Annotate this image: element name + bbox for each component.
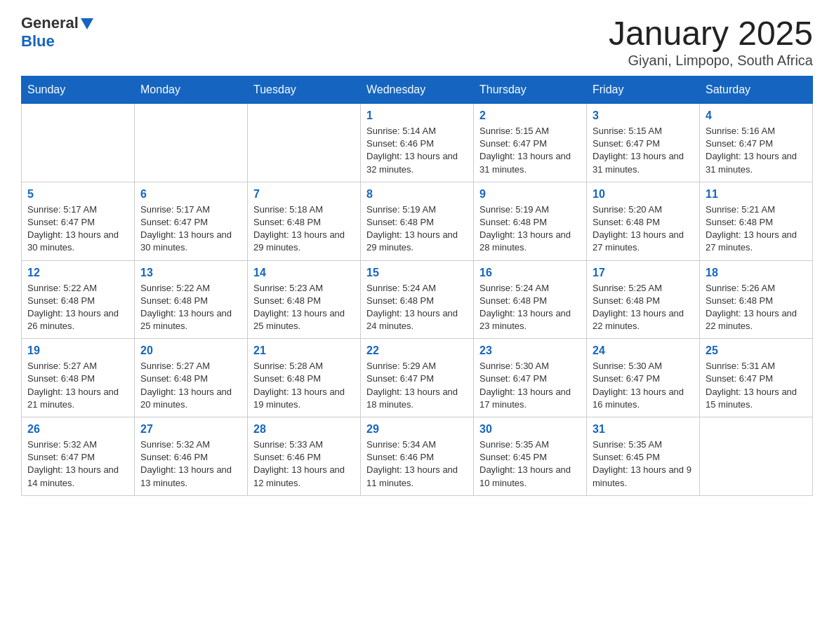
calendar-cell: 31Sunrise: 5:35 AM Sunset: 6:45 PM Dayli…: [587, 417, 700, 496]
calendar-cell: 28Sunrise: 5:33 AM Sunset: 6:46 PM Dayli…: [248, 417, 361, 496]
calendar-week-3: 12Sunrise: 5:22 AM Sunset: 6:48 PM Dayli…: [22, 260, 813, 339]
calendar-cell: 7Sunrise: 5:18 AM Sunset: 6:48 PM Daylig…: [248, 182, 361, 260]
calendar-cell: 15Sunrise: 5:24 AM Sunset: 6:48 PM Dayli…: [361, 260, 474, 339]
day-info: Sunrise: 5:32 AM Sunset: 6:47 PM Dayligh…: [27, 438, 128, 490]
day-info: Sunrise: 5:22 AM Sunset: 6:48 PM Dayligh…: [140, 282, 241, 333]
calendar-cell: 12Sunrise: 5:22 AM Sunset: 6:48 PM Dayli…: [22, 260, 135, 339]
day-info: Sunrise: 5:32 AM Sunset: 6:46 PM Dayligh…: [140, 438, 241, 490]
day-info: Sunrise: 5:19 AM Sunset: 6:48 PM Dayligh…: [479, 203, 581, 255]
day-info: Sunrise: 5:14 AM Sunset: 6:46 PM Dayligh…: [366, 125, 468, 176]
day-number: 26: [27, 423, 128, 436]
calendar-cell: 10Sunrise: 5:20 AM Sunset: 6:48 PM Dayli…: [587, 182, 700, 260]
calendar-cell: 29Sunrise: 5:34 AM Sunset: 6:46 PM Dayli…: [361, 417, 474, 496]
day-number: 11: [706, 188, 807, 201]
page-header: General Blue January 2025 Giyani, Limpop…: [21, 14, 813, 69]
weekday-header-wednesday: Wednesday: [361, 76, 474, 104]
calendar-cell: 25Sunrise: 5:31 AM Sunset: 6:47 PM Dayli…: [700, 339, 813, 417]
day-number: 7: [253, 188, 355, 201]
calendar-cell: 30Sunrise: 5:35 AM Sunset: 6:45 PM Dayli…: [474, 417, 587, 496]
day-number: 9: [479, 188, 581, 201]
day-number: 18: [706, 267, 807, 279]
calendar-cell: [700, 417, 813, 496]
calendar-cell: 4Sunrise: 5:16 AM Sunset: 6:47 PM Daylig…: [700, 104, 813, 182]
calendar-cell: 14Sunrise: 5:23 AM Sunset: 6:48 PM Dayli…: [248, 260, 361, 339]
day-number: 30: [479, 423, 581, 436]
calendar-cell: 23Sunrise: 5:30 AM Sunset: 6:47 PM Dayli…: [474, 339, 587, 417]
day-info: Sunrise: 5:19 AM Sunset: 6:48 PM Dayligh…: [366, 203, 468, 255]
logo-arrow-icon: [81, 18, 93, 29]
weekday-header-monday: Monday: [135, 76, 248, 104]
calendar-cell: [135, 104, 248, 182]
day-info: Sunrise: 5:16 AM Sunset: 6:47 PM Dayligh…: [706, 125, 807, 176]
logo-general-text: General: [21, 14, 79, 32]
calendar-cell: 13Sunrise: 5:22 AM Sunset: 6:48 PM Dayli…: [135, 260, 248, 339]
weekday-header-friday: Friday: [587, 76, 700, 104]
day-number: 16: [479, 267, 581, 279]
day-info: Sunrise: 5:26 AM Sunset: 6:48 PM Dayligh…: [706, 282, 807, 333]
day-number: 25: [706, 344, 807, 357]
day-info: Sunrise: 5:22 AM Sunset: 6:48 PM Dayligh…: [27, 282, 128, 333]
calendar-cell: 16Sunrise: 5:24 AM Sunset: 6:48 PM Dayli…: [474, 260, 587, 339]
day-info: Sunrise: 5:27 AM Sunset: 6:48 PM Dayligh…: [27, 360, 128, 411]
calendar-cell: 11Sunrise: 5:21 AM Sunset: 6:48 PM Dayli…: [700, 182, 813, 260]
day-info: Sunrise: 5:27 AM Sunset: 6:48 PM Dayligh…: [140, 360, 241, 411]
calendar-week-1: 1Sunrise: 5:14 AM Sunset: 6:46 PM Daylig…: [22, 104, 813, 182]
day-info: Sunrise: 5:34 AM Sunset: 6:46 PM Dayligh…: [366, 438, 468, 490]
calendar-cell: 5Sunrise: 5:17 AM Sunset: 6:47 PM Daylig…: [22, 182, 135, 260]
weekday-header-saturday: Saturday: [700, 76, 813, 104]
calendar-week-2: 5Sunrise: 5:17 AM Sunset: 6:47 PM Daylig…: [22, 182, 813, 260]
calendar-cell: 3Sunrise: 5:15 AM Sunset: 6:47 PM Daylig…: [587, 104, 700, 182]
day-info: Sunrise: 5:23 AM Sunset: 6:48 PM Dayligh…: [253, 282, 355, 333]
weekday-header-thursday: Thursday: [474, 76, 587, 104]
calendar-cell: 17Sunrise: 5:25 AM Sunset: 6:48 PM Dayli…: [587, 260, 700, 339]
calendar-cell: 26Sunrise: 5:32 AM Sunset: 6:47 PM Dayli…: [22, 417, 135, 496]
calendar-cell: 9Sunrise: 5:19 AM Sunset: 6:48 PM Daylig…: [474, 182, 587, 260]
day-number: 19: [27, 344, 128, 357]
day-info: Sunrise: 5:25 AM Sunset: 6:48 PM Dayligh…: [593, 282, 694, 333]
day-info: Sunrise: 5:20 AM Sunset: 6:48 PM Dayligh…: [593, 203, 694, 255]
day-number: 23: [479, 344, 581, 357]
calendar-cell: 8Sunrise: 5:19 AM Sunset: 6:48 PM Daylig…: [361, 182, 474, 260]
day-number: 1: [366, 109, 468, 122]
weekday-header-sunday: Sunday: [22, 76, 135, 104]
day-info: Sunrise: 5:24 AM Sunset: 6:48 PM Dayligh…: [366, 282, 468, 333]
weekday-header-row: SundayMondayTuesdayWednesdayThursdayFrid…: [22, 76, 813, 104]
calendar-cell: [248, 104, 361, 182]
calendar-cell: 18Sunrise: 5:26 AM Sunset: 6:48 PM Dayli…: [700, 260, 813, 339]
day-info: Sunrise: 5:28 AM Sunset: 6:48 PM Dayligh…: [253, 360, 355, 411]
day-info: Sunrise: 5:21 AM Sunset: 6:48 PM Dayligh…: [706, 203, 807, 255]
day-number: 20: [140, 344, 241, 357]
day-number: 13: [140, 267, 241, 279]
month-title: January 2025: [609, 14, 813, 53]
calendar-cell: 22Sunrise: 5:29 AM Sunset: 6:47 PM Dayli…: [361, 339, 474, 417]
day-info: Sunrise: 5:29 AM Sunset: 6:47 PM Dayligh…: [366, 360, 468, 411]
day-info: Sunrise: 5:15 AM Sunset: 6:47 PM Dayligh…: [479, 125, 581, 176]
calendar-cell: 27Sunrise: 5:32 AM Sunset: 6:46 PM Dayli…: [135, 417, 248, 496]
calendar-table: SundayMondayTuesdayWednesdayThursdayFrid…: [21, 76, 813, 496]
calendar-cell: 24Sunrise: 5:30 AM Sunset: 6:47 PM Dayli…: [587, 339, 700, 417]
calendar-week-5: 26Sunrise: 5:32 AM Sunset: 6:47 PM Dayli…: [22, 417, 813, 496]
day-info: Sunrise: 5:30 AM Sunset: 6:47 PM Dayligh…: [593, 360, 694, 411]
day-info: Sunrise: 5:35 AM Sunset: 6:45 PM Dayligh…: [479, 438, 581, 490]
day-number: 22: [366, 344, 468, 357]
day-number: 17: [593, 267, 694, 279]
day-number: 6: [140, 188, 241, 201]
day-info: Sunrise: 5:33 AM Sunset: 6:46 PM Dayligh…: [253, 438, 355, 490]
day-number: 3: [593, 109, 694, 122]
day-number: 21: [253, 344, 355, 357]
day-number: 12: [27, 267, 128, 279]
day-info: Sunrise: 5:30 AM Sunset: 6:47 PM Dayligh…: [479, 360, 581, 411]
calendar-cell: 21Sunrise: 5:28 AM Sunset: 6:48 PM Dayli…: [248, 339, 361, 417]
day-number: 10: [593, 188, 694, 201]
day-number: 15: [366, 267, 468, 279]
day-info: Sunrise: 5:35 AM Sunset: 6:45 PM Dayligh…: [593, 438, 694, 490]
day-info: Sunrise: 5:15 AM Sunset: 6:47 PM Dayligh…: [593, 125, 694, 176]
day-number: 27: [140, 423, 241, 436]
calendar-week-4: 19Sunrise: 5:27 AM Sunset: 6:48 PM Dayli…: [22, 339, 813, 417]
title-block: January 2025 Giyani, Limpopo, South Afri…: [609, 14, 813, 69]
day-number: 29: [366, 423, 468, 436]
day-number: 31: [593, 423, 694, 436]
day-info: Sunrise: 5:17 AM Sunset: 6:47 PM Dayligh…: [27, 203, 128, 255]
location-subtitle: Giyani, Limpopo, South Africa: [609, 53, 813, 69]
day-info: Sunrise: 5:31 AM Sunset: 6:47 PM Dayligh…: [706, 360, 807, 411]
